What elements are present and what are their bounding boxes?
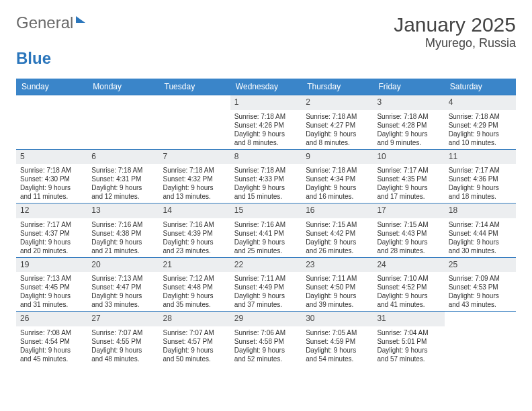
daylight-text: Daylight: 9 hours and 30 minutes. [449, 238, 512, 255]
sunset-text: Sunset: 4:37 PM [20, 229, 83, 238]
calendar-cell: 25Sunrise: 7:09 AMSunset: 4:53 PMDayligh… [445, 257, 516, 312]
sunset-text: Sunset: 4:55 PM [91, 337, 154, 346]
day-number: 14 [159, 203, 230, 218]
day-header: Friday [373, 79, 444, 95]
calendar-cell: 1Sunrise: 7:18 AMSunset: 4:26 PMDaylight… [230, 95, 302, 149]
cell-body: Sunrise: 7:12 AMSunset: 4:48 PMDaylight:… [159, 272, 230, 311]
sunrise-text: Sunrise: 7:06 AM [234, 328, 298, 337]
cell-body: Sunrise: 7:08 AMSunset: 4:54 PMDaylight:… [16, 326, 87, 365]
sunrise-text: Sunrise: 7:17 AM [377, 166, 440, 175]
sunset-text: Sunset: 4:41 PM [234, 229, 298, 238]
sunrise-text: Sunrise: 7:11 AM [234, 274, 298, 283]
sunset-text: Sunset: 4:44 PM [449, 229, 512, 238]
sunrise-text: Sunrise: 7:18 AM [163, 166, 226, 175]
day-number: 17 [373, 203, 444, 218]
daylight-text: Daylight: 9 hours and 13 minutes. [163, 183, 226, 201]
calendar-cell [16, 95, 87, 149]
sunrise-text: Sunrise: 7:16 AM [91, 220, 154, 229]
daylight-text: Daylight: 9 hours and 45 minutes. [20, 346, 83, 363]
day-number: 19 [16, 258, 87, 273]
cell-body: Sunrise: 7:18 AMSunset: 4:30 PMDaylight:… [16, 164, 87, 203]
calendar-cell: 4Sunrise: 7:18 AMSunset: 4:29 PMDaylight… [445, 95, 516, 149]
daylight-text: Daylight: 9 hours and 18 minutes. [449, 183, 512, 201]
calendar-cell: 8Sunrise: 7:18 AMSunset: 4:33 PMDaylight… [230, 149, 302, 203]
day-number: 12 [16, 203, 87, 218]
cell-body: Sunrise: 7:09 AMSunset: 4:53 PMDaylight:… [445, 272, 516, 311]
sunrise-text: Sunrise: 7:16 AM [163, 220, 226, 229]
calendar-cell: 28Sunrise: 7:07 AMSunset: 4:57 PMDayligh… [159, 311, 230, 365]
calendar-cell: 24Sunrise: 7:10 AMSunset: 4:52 PMDayligh… [373, 257, 444, 312]
daylight-text: Daylight: 9 hours and 48 minutes. [91, 346, 154, 363]
sunrise-text: Sunrise: 7:07 AM [91, 328, 154, 337]
day-number: 21 [159, 258, 230, 273]
calendar-cell: 22Sunrise: 7:11 AMSunset: 4:49 PMDayligh… [230, 257, 302, 312]
daylight-text: Daylight: 9 hours and 39 minutes. [306, 291, 369, 309]
cell-body: Sunrise: 7:17 AMSunset: 4:36 PMDaylight:… [445, 164, 516, 203]
sunrise-text: Sunrise: 7:14 AM [449, 220, 512, 229]
sunset-text: Sunset: 4:42 PM [306, 229, 369, 238]
day-number: 16 [302, 203, 373, 218]
calendar-cell: 2Sunrise: 7:18 AMSunset: 4:27 PMDaylight… [302, 95, 373, 149]
sunrise-text: Sunrise: 7:09 AM [449, 274, 512, 283]
sunset-text: Sunset: 4:26 PM [234, 121, 298, 130]
sunset-text: Sunset: 4:35 PM [377, 175, 440, 183]
day-number: 23 [302, 258, 373, 273]
day-number: 2 [302, 95, 373, 110]
sunrise-text: Sunrise: 7:18 AM [449, 112, 512, 121]
sunrise-text: Sunrise: 7:10 AM [377, 274, 440, 283]
sunset-text: Sunset: 4:43 PM [377, 229, 440, 238]
daylight-text: Daylight: 9 hours and 35 minutes. [163, 291, 226, 309]
sunset-text: Sunset: 4:33 PM [234, 175, 298, 183]
calendar-cell: 21Sunrise: 7:12 AMSunset: 4:48 PMDayligh… [159, 257, 230, 312]
day-number: 10 [373, 150, 444, 165]
sunset-text: Sunset: 4:39 PM [163, 229, 226, 238]
calendar-cell: 27Sunrise: 7:07 AMSunset: 4:55 PMDayligh… [87, 311, 159, 365]
cell-body: Sunrise: 7:17 AMSunset: 4:37 PMDaylight:… [16, 218, 87, 257]
sunset-text: Sunset: 4:47 PM [91, 283, 154, 291]
day-number: 15 [230, 203, 302, 218]
daylight-text: Daylight: 9 hours and 9 minutes. [377, 130, 440, 147]
sunset-text: Sunset: 4:50 PM [306, 283, 369, 291]
sunset-text: Sunset: 4:28 PM [377, 121, 440, 130]
sunset-text: Sunset: 4:53 PM [449, 283, 512, 291]
cell-body: Sunrise: 7:07 AMSunset: 4:55 PMDaylight:… [87, 326, 159, 365]
sunset-text: Sunset: 4:36 PM [449, 175, 512, 183]
daylight-text: Daylight: 9 hours and 8 minutes. [306, 130, 369, 147]
cell-body: Sunrise: 7:18 AMSunset: 4:27 PMDaylight:… [302, 110, 373, 149]
calendar-cell: 3Sunrise: 7:18 AMSunset: 4:28 PMDaylight… [373, 95, 444, 149]
cell-body: Sunrise: 7:07 AMSunset: 4:57 PMDaylight:… [159, 326, 230, 365]
calendar-cell [445, 311, 516, 365]
day-number: 25 [445, 258, 516, 273]
day-header: Sunday [16, 79, 87, 95]
daylight-text: Daylight: 9 hours and 16 minutes. [306, 183, 369, 201]
calendar-cell: 9Sunrise: 7:18 AMSunset: 4:34 PMDaylight… [302, 149, 373, 203]
daylight-text: Daylight: 9 hours and 23 minutes. [163, 238, 226, 255]
calendar-cell [159, 95, 230, 149]
day-header: Thursday [302, 79, 373, 95]
day-number: 30 [302, 312, 373, 326]
calendar-cell: 15Sunrise: 7:16 AMSunset: 4:41 PMDayligh… [230, 203, 302, 257]
cell-body: Sunrise: 7:06 AMSunset: 4:58 PMDaylight:… [230, 326, 302, 365]
sunrise-text: Sunrise: 7:13 AM [91, 274, 154, 283]
day-number: 7 [159, 150, 230, 165]
day-number: 4 [445, 95, 516, 110]
day-header: Wednesday [230, 79, 302, 95]
calendar-cell: 23Sunrise: 7:11 AMSunset: 4:50 PMDayligh… [302, 257, 373, 312]
cell-body: Sunrise: 7:14 AMSunset: 4:44 PMDaylight:… [445, 218, 516, 257]
sunrise-text: Sunrise: 7:05 AM [306, 328, 369, 337]
sunrise-text: Sunrise: 7:07 AM [163, 328, 226, 337]
daylight-text: Daylight: 9 hours and 28 minutes. [377, 238, 440, 255]
sunset-text: Sunset: 4:49 PM [234, 283, 298, 291]
calendar-cell: 16Sunrise: 7:15 AMSunset: 4:42 PMDayligh… [302, 203, 373, 257]
cell-body: Sunrise: 7:16 AMSunset: 4:41 PMDaylight:… [230, 218, 302, 257]
cell-body: Sunrise: 7:18 AMSunset: 4:28 PMDaylight:… [373, 110, 444, 149]
day-number: 22 [230, 258, 302, 273]
sunrise-text: Sunrise: 7:15 AM [306, 220, 369, 229]
daylight-text: Daylight: 9 hours and 52 minutes. [234, 346, 298, 363]
cell-body: Sunrise: 7:05 AMSunset: 4:59 PMDaylight:… [302, 326, 373, 365]
calendar-cell: 17Sunrise: 7:15 AMSunset: 4:43 PMDayligh… [373, 203, 444, 257]
day-number: 26 [16, 312, 87, 326]
day-header: Tuesday [159, 79, 230, 95]
cell-body: Sunrise: 7:18 AMSunset: 4:32 PMDaylight:… [159, 164, 230, 203]
daylight-text: Daylight: 9 hours and 20 minutes. [20, 238, 83, 255]
